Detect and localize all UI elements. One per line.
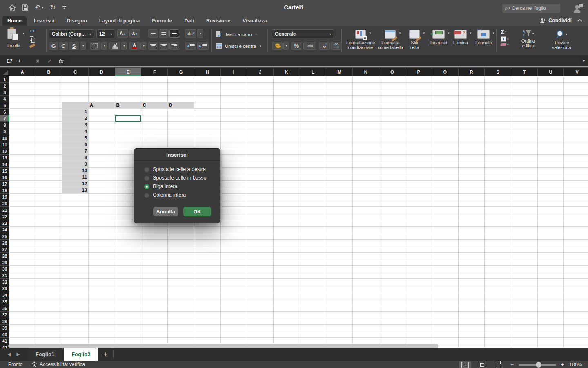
cell-C6[interactable]: 1: [62, 109, 89, 115]
cell-T13[interactable]: [511, 155, 538, 161]
cell-C34[interactable]: [62, 292, 89, 298]
cell-T16[interactable]: [511, 174, 538, 181]
cell-J36[interactable]: [247, 305, 274, 312]
horizontal-scrollbar[interactable]: [8, 344, 438, 348]
cell-E35[interactable]: [115, 298, 142, 305]
cell-D26[interactable]: [89, 240, 115, 246]
cell-L33[interactable]: [300, 285, 327, 292]
cell-A16[interactable]: [9, 174, 36, 181]
cell-A3[interactable]: [9, 89, 36, 96]
row-header-24[interactable]: 24: [0, 227, 9, 233]
cell-I38[interactable]: [221, 318, 247, 325]
radio-option-2[interactable]: Riga intera: [144, 184, 220, 189]
row-header-20[interactable]: 20: [0, 200, 9, 207]
cell-I34[interactable]: [221, 292, 247, 298]
cell-A5[interactable]: [9, 102, 36, 109]
cell-B4[interactable]: [36, 96, 62, 102]
cell-G30[interactable]: [168, 266, 194, 272]
cell-U19[interactable]: [538, 194, 564, 200]
cell-I41[interactable]: [221, 338, 247, 344]
cell-B41[interactable]: [36, 338, 62, 344]
cell-T26[interactable]: [511, 240, 538, 246]
cell-M14[interactable]: [326, 161, 353, 168]
cell-L26[interactable]: [300, 240, 327, 246]
cell-L14[interactable]: [300, 161, 327, 168]
cell-N9[interactable]: [353, 128, 379, 135]
cell-L8[interactable]: [300, 122, 327, 128]
add-sheet-button[interactable]: +: [103, 350, 107, 358]
cell-M22[interactable]: [326, 213, 353, 220]
cell-C41[interactable]: [62, 338, 89, 344]
cell-G38[interactable]: [168, 318, 194, 325]
cell-E38[interactable]: [115, 318, 142, 325]
cell-B36[interactable]: [36, 305, 62, 312]
cell-G37[interactable]: [168, 312, 194, 318]
cell-T36[interactable]: [511, 305, 538, 312]
cell-M18[interactable]: [326, 187, 353, 194]
cell-Q6[interactable]: [432, 109, 459, 115]
cell-T35[interactable]: [511, 298, 538, 305]
cell-F28[interactable]: [141, 253, 168, 259]
cell-A37[interactable]: [9, 312, 36, 318]
cell-K33[interactable]: [274, 285, 300, 292]
cell-R7[interactable]: [459, 115, 485, 122]
cell-V39[interactable]: [564, 325, 588, 331]
cell-P1[interactable]: [405, 76, 432, 83]
cell-V42[interactable]: [564, 344, 588, 348]
cell-V16[interactable]: [564, 174, 588, 181]
column-header-R[interactable]: R: [459, 68, 485, 76]
cell-V29[interactable]: [564, 259, 588, 266]
zoom-out-button[interactable]: −: [510, 361, 514, 368]
row-header-28[interactable]: 28: [0, 253, 9, 259]
cell-P13[interactable]: [405, 155, 432, 161]
cell-G11[interactable]: [168, 141, 194, 148]
cell-K22[interactable]: [274, 213, 300, 220]
cell-L17[interactable]: [300, 181, 327, 187]
cell-L2[interactable]: [300, 83, 327, 89]
cell-A23[interactable]: [9, 220, 36, 227]
cell-B3[interactable]: [36, 89, 62, 96]
cell-G6[interactable]: [168, 109, 194, 115]
cell-H26[interactable]: [194, 240, 221, 246]
row-header-2[interactable]: 2: [0, 83, 9, 89]
cell-V33[interactable]: [564, 285, 588, 292]
decrease-indent-button[interactable]: ◀: [185, 42, 196, 50]
cell-J31[interactable]: [247, 272, 274, 279]
column-header-Q[interactable]: Q: [432, 68, 459, 76]
cell-C30[interactable]: [62, 266, 89, 272]
cell-P21[interactable]: [405, 207, 432, 213]
cell-E33[interactable]: [115, 285, 142, 292]
cell-N37[interactable]: [353, 312, 379, 318]
cell-H11[interactable]: [194, 141, 221, 148]
cell-V1[interactable]: [564, 76, 588, 83]
cell-M6[interactable]: [326, 109, 353, 115]
cell-V34[interactable]: [564, 292, 588, 298]
cell-E5[interactable]: B: [115, 102, 142, 109]
cell-T11[interactable]: [511, 141, 538, 148]
cell-O39[interactable]: [379, 325, 406, 331]
cell-L18[interactable]: [300, 187, 327, 194]
cell-R18[interactable]: [459, 187, 485, 194]
cell-T27[interactable]: [511, 246, 538, 253]
confirm-entry-icon[interactable]: ✓: [47, 58, 52, 64]
cell-B18[interactable]: [36, 187, 62, 194]
cell-A24[interactable]: [9, 227, 36, 233]
cell-P41[interactable]: [405, 338, 432, 344]
cell-M25[interactable]: [326, 233, 353, 240]
cell-S29[interactable]: [485, 259, 511, 266]
cell-U41[interactable]: [538, 338, 564, 344]
cell-A6[interactable]: [9, 109, 36, 115]
cell-Q30[interactable]: [432, 266, 459, 272]
cell-S37[interactable]: [485, 312, 511, 318]
save-icon[interactable]: [22, 4, 28, 11]
cell-E11[interactable]: [115, 141, 142, 148]
cell-M35[interactable]: [326, 298, 353, 305]
cell-O37[interactable]: [379, 312, 406, 318]
cell-E3[interactable]: [115, 89, 142, 96]
cell-P18[interactable]: [405, 187, 432, 194]
align-center-button[interactable]: [159, 42, 169, 50]
cell-G2[interactable]: [168, 83, 194, 89]
cell-O10[interactable]: [379, 135, 406, 141]
cell-N3[interactable]: [353, 89, 379, 96]
cell-C17[interactable]: 12: [62, 181, 89, 187]
